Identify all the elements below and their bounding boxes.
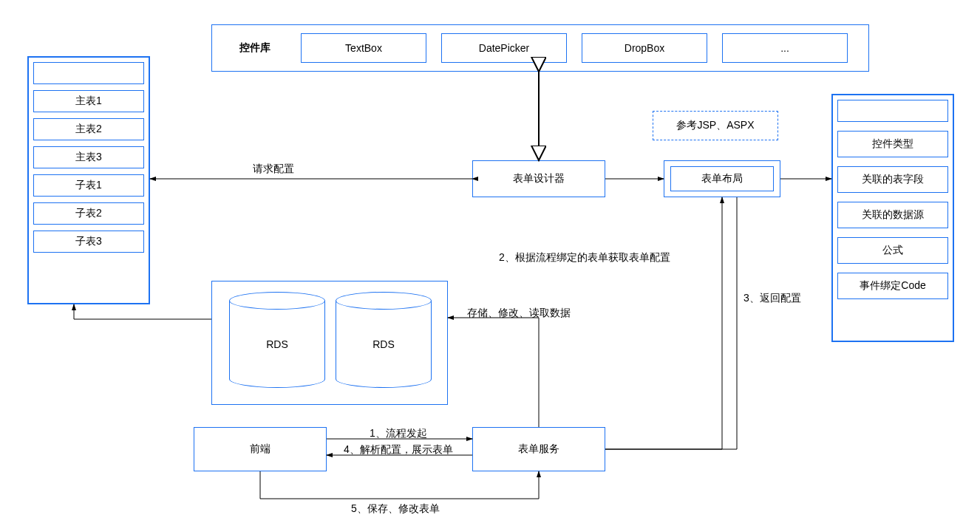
form-layout: 表单布局 — [664, 160, 780, 197]
sub-table-1: 子表1 — [33, 174, 144, 197]
field-data-source: 关联的数据源 — [837, 202, 948, 228]
form-layout-inner: 表单布局 — [670, 166, 774, 191]
rds-cylinder-2: RDS — [336, 292, 432, 388]
control-dropbox: DropBox — [582, 33, 707, 63]
reference-box: 参考JSP、ASPX — [653, 111, 778, 140]
label-store: 存储、修改、读取数据 — [467, 307, 571, 320]
field-event-code: 事件绑定Code — [837, 273, 948, 299]
form-data-config-panel: 表单数据配置 主表1 主表2 主表3 子表1 子表2 子表3 — [27, 56, 150, 304]
control-library-container: 控件库 TextBox DatePicker DropBox ... — [211, 24, 869, 72]
field-control-type: 控件类型 — [837, 131, 948, 157]
label-step2: 2、根据流程绑定的表单获取表单配置 — [499, 251, 670, 264]
form-service: 表单服务 — [472, 427, 605, 471]
diagram-canvas: 控件库 TextBox DatePicker DropBox ... 表单数据配… — [0, 0, 980, 529]
main-table-3: 主表3 — [33, 146, 144, 168]
main-table-1: 主表1 — [33, 90, 144, 112]
form-designer: 表单设计器 — [472, 160, 605, 197]
field-formula: 公式 — [837, 237, 948, 264]
field-config-panel: 字段配置 控件类型 关联的表字段 关联的数据源 公式 事件绑定Code — [831, 94, 954, 342]
control-library-title: 控件库 — [218, 41, 292, 55]
control-more: ... — [722, 33, 848, 63]
sub-table-3: 子表3 — [33, 231, 144, 253]
sub-table-2: 子表2 — [33, 202, 144, 225]
label-request-config: 请求配置 — [253, 163, 294, 176]
frontend: 前端 — [194, 427, 327, 471]
label-step4: 4、解析配置，展示表单 — [344, 443, 453, 457]
rds-cylinder-1: RDS — [229, 292, 325, 388]
label-step5: 5、保存、修改表单 — [351, 502, 440, 516]
form-data-config-header: 表单数据配置 — [33, 62, 144, 84]
label-step3: 3、返回配置 — [743, 292, 801, 305]
control-textbox: TextBox — [301, 33, 426, 63]
field-related-field: 关联的表字段 — [837, 166, 948, 193]
main-table-2: 主表2 — [33, 118, 144, 140]
label-step1: 1、流程发起 — [370, 427, 427, 440]
control-datepicker: DatePicker — [441, 33, 567, 63]
field-config-header: 字段配置 — [837, 100, 948, 122]
